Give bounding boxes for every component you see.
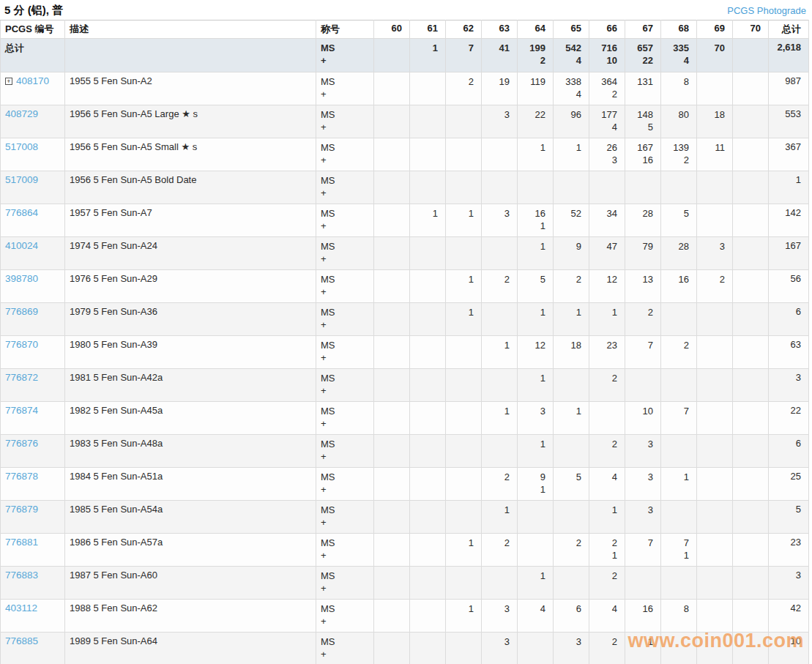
pcgs-cell: 776864 bbox=[1, 204, 65, 237]
pcgs-cell: 776872 bbox=[1, 369, 65, 402]
pcgs-link[interactable]: 776869 bbox=[5, 306, 38, 317]
row17-grade-cell-61 bbox=[410, 633, 446, 664]
pcgs-link[interactable]: 408729 bbox=[5, 108, 38, 119]
row17-grade-cell-60 bbox=[374, 633, 410, 664]
photograde-link[interactable]: PCGS Photograde bbox=[727, 5, 806, 16]
row9-grade-cell-63 bbox=[482, 369, 518, 402]
designation-cell: MS+ bbox=[316, 501, 374, 534]
grade-ms-count: 2 bbox=[555, 537, 581, 549]
row4-grade-cell-67: 28 bbox=[625, 204, 661, 237]
row-description: 1987 5 Fen Sun-A60 bbox=[65, 567, 316, 600]
pcgs-cell: 776881 bbox=[1, 534, 65, 567]
designation-cell: MS+ bbox=[316, 468, 374, 501]
pcgs-link[interactable]: 776881 bbox=[5, 537, 38, 548]
row-total: 167 bbox=[769, 237, 809, 270]
grade-plus-count: 22 bbox=[627, 54, 653, 67]
row16-grade-cell-65: 6 bbox=[554, 600, 589, 633]
row14-grade-cell-68: 71 bbox=[661, 534, 697, 567]
row-total: 56 bbox=[769, 270, 809, 303]
row9-grade-cell-61 bbox=[410, 369, 446, 402]
pcgs-link[interactable]: 776883 bbox=[5, 570, 38, 581]
row5-grade-cell-70 bbox=[733, 237, 769, 270]
row7-grade-cell-66: 1 bbox=[589, 303, 625, 336]
grade-ms-count: 2 bbox=[591, 635, 617, 648]
row10-grade-cell-69 bbox=[697, 402, 733, 435]
row-description: 1957 5 Fen Sun-A7 bbox=[65, 204, 316, 237]
pcgs-link[interactable]: 410024 bbox=[5, 240, 38, 251]
row3-grade-cell-67 bbox=[625, 171, 661, 204]
row2-grade-cell-66: 263 bbox=[589, 138, 625, 171]
pcgs-link[interactable]: 517009 bbox=[5, 174, 38, 185]
designation-cell: MS+ bbox=[316, 171, 374, 204]
grade-ms-count: 1 bbox=[483, 405, 510, 417]
row7-grade-cell-61 bbox=[410, 303, 446, 336]
designation-cell: MS+ bbox=[316, 567, 374, 600]
row16-grade-cell-61 bbox=[410, 600, 446, 633]
pcgs-cell: 403112 bbox=[1, 600, 65, 633]
grade-ms-count: 2 bbox=[591, 438, 617, 450]
row16-grade-cell-63: 3 bbox=[482, 600, 518, 633]
pcgs-link[interactable]: 776878 bbox=[5, 471, 38, 482]
designation-ms: MS bbox=[321, 339, 366, 351]
grade-ms-count: 1 bbox=[519, 240, 545, 253]
grade-ms-count: 4 bbox=[591, 471, 617, 483]
grade-ms-count: 2 bbox=[483, 537, 510, 549]
pcgs-cell: 776885 bbox=[1, 633, 65, 664]
pcgs-link[interactable]: 398780 bbox=[5, 273, 38, 284]
pcgs-link[interactable]: 776885 bbox=[5, 635, 38, 646]
row14-grade-cell-63: 2 bbox=[482, 534, 518, 567]
row-description: 1974 5 Fen Sun-A24 bbox=[65, 237, 316, 270]
col-header-60: 60 bbox=[374, 20, 410, 39]
designation-cell: MS+ bbox=[316, 138, 374, 171]
row17-grade-cell-63: 3 bbox=[482, 633, 518, 664]
row7-grade-cell-62: 1 bbox=[446, 303, 482, 336]
grade-ms-count: 19 bbox=[483, 75, 510, 88]
row9-grade-cell-65 bbox=[554, 369, 589, 402]
row10-grade-cell-62 bbox=[446, 402, 482, 435]
row0-grade-cell-63: 19 bbox=[482, 72, 518, 105]
expand-icon[interactable]: + bbox=[5, 78, 12, 85]
row8-grade-cell-67: 7 bbox=[625, 336, 661, 369]
row12-grade-cell-63: 2 bbox=[482, 468, 518, 501]
row6-grade-cell-63: 2 bbox=[482, 270, 518, 303]
pcgs-link[interactable]: 517008 bbox=[5, 141, 38, 152]
grade-ms-count: 167 bbox=[627, 141, 653, 154]
pcgs-link[interactable]: 776870 bbox=[5, 339, 38, 350]
grade-ms-count: 12 bbox=[591, 273, 617, 286]
row15-grade-cell-68 bbox=[661, 567, 697, 600]
row11-grade-cell-62 bbox=[446, 435, 482, 468]
row0-grade-cell-65: 3384 bbox=[554, 72, 589, 105]
pcgs-link[interactable]: 776874 bbox=[5, 405, 38, 416]
designation-ms: MS bbox=[321, 207, 366, 220]
row0-grade-cell-62: 2 bbox=[446, 72, 482, 105]
grade-ms-count: 1 bbox=[447, 273, 474, 286]
pcgs-link[interactable]: 776864 bbox=[5, 207, 38, 218]
row6-grade-cell-68: 16 bbox=[661, 270, 697, 303]
grade-ms-count: 1 bbox=[447, 306, 474, 318]
grade-ms-count: 79 bbox=[627, 240, 653, 253]
grade-ms-count: 13 bbox=[627, 273, 653, 286]
row15-grade-cell-62 bbox=[446, 567, 482, 600]
row1-grade-cell-60 bbox=[374, 105, 410, 138]
designation-plus: + bbox=[321, 417, 366, 430]
pcgs-link[interactable]: 776876 bbox=[5, 438, 38, 449]
grade-ms-count: 3 bbox=[699, 240, 725, 253]
pcgs-link[interactable]: 408170 bbox=[16, 75, 49, 86]
grade-ms-count: 23 bbox=[591, 339, 617, 351]
row13-grade-cell-61 bbox=[410, 501, 446, 534]
row0-grade-cell-60 bbox=[374, 72, 410, 105]
row8-grade-cell-62 bbox=[446, 336, 482, 369]
row16-grade-cell-69 bbox=[697, 600, 733, 633]
row-total: 142 bbox=[769, 204, 809, 237]
pcgs-link[interactable]: 776879 bbox=[5, 504, 38, 515]
row-total: 367 bbox=[769, 138, 809, 171]
pcgs-link[interactable]: 776872 bbox=[5, 372, 38, 383]
row13-grade-cell-64 bbox=[518, 501, 554, 534]
row1-grade-cell-61 bbox=[410, 105, 446, 138]
population-table: PCGS 编号 描述 称号 60 61 62 63 64 65 66 67 68… bbox=[0, 20, 809, 664]
pcgs-link[interactable]: 403112 bbox=[5, 603, 37, 613]
row14-grade-cell-69 bbox=[697, 534, 733, 567]
row8-grade-cell-68: 2 bbox=[661, 336, 697, 369]
row11-grade-cell-65 bbox=[554, 435, 589, 468]
grade-plus-count: 2 bbox=[591, 88, 617, 100]
